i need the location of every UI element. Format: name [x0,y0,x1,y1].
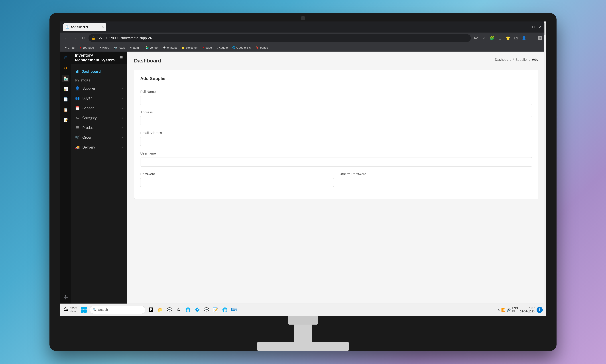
taskbar-app-chrome[interactable]: 🌐 [184,306,192,314]
chevron-up-icon[interactable]: ∧ [497,308,500,312]
sidebar-item-product[interactable]: ☰ Product › [71,123,127,133]
address-bar[interactable]: 🔒 127.0.0.1:8000/store/create-supplier/ [88,34,471,42]
translate-icon[interactable]: Aα [473,35,479,41]
season-chevron-icon: › [122,106,123,110]
collections-icon[interactable]: 🗂 [513,35,519,41]
sidebar-icon[interactable]: ⊞ [496,35,503,41]
taskbar-app-skype[interactable]: 💠 [193,306,201,314]
browser-tab-active[interactable]: 📄 Add Supplier ✕ [63,23,106,31]
tab-close-icon[interactable]: ✕ [102,25,104,29]
extensions-icon[interactable]: 🧩 [489,35,495,41]
weather-icon: 🌤 [63,307,68,312]
address-group: Address [140,110,532,125]
username-group: Username [140,151,532,167]
bookmark-maps[interactable]: 🗺 Maps [97,45,111,51]
left-icon-store[interactable]: 🏪 [62,75,69,82]
bookmark-gmail[interactable]: ✉ Gmail [63,45,77,51]
taskbar-app-files[interactable]: 🗂 [175,306,183,314]
taskbar-app-edge[interactable]: 🌐 [221,306,229,314]
sidebar-item-order[interactable]: 🛒 Order › [71,133,127,143]
left-icon-doc3[interactable]: 📝 [62,117,69,124]
bookmark-star-icon[interactable]: ☆ [481,35,487,41]
favorites-icon[interactable]: ⭐ [505,35,511,41]
bookmark-odoo[interactable]: ● odoo [201,45,214,51]
sidebar-item-buyer[interactable]: 👥 Buyer › [71,93,127,103]
breadcrumb-supplier[interactable]: Supplier [515,58,528,62]
network-icon[interactable]: 📶 [501,308,505,312]
left-icon-add[interactable]: ➕ [62,294,69,301]
minimize-button[interactable]: — [524,25,529,29]
bookmark-peace[interactable]: 🔖 peace [254,45,270,51]
left-icon-doc1[interactable]: 📄 [62,96,69,103]
sidebar-nav: 🖥 Dashboard MY STORE 👤 Supplier › 👥 Buye… [71,64,127,304]
left-icon-doc2[interactable]: 📋 [62,106,69,114]
odoo-favicon-icon: ● [203,46,205,49]
edge-icon[interactable]: 🅱 [537,35,543,41]
windows-logo-icon [81,307,87,312]
sidebar-item-season[interactable]: 📅 Season › [71,103,127,113]
forward-button[interactable]: → [71,35,78,41]
address-label: Address [140,110,532,114]
taskbar-notification-icon[interactable]: i [537,307,543,313]
full-name-input[interactable] [140,96,532,105]
delivery-icon: 🚚 [75,145,80,149]
bookmark-chatgpt[interactable]: 💬 chatgpt [161,45,179,51]
hamburger-icon[interactable]: ☰ [120,55,123,60]
scrollbar[interactable] [544,52,546,304]
taskbar-app-explorer[interactable]: 📁 [156,306,165,314]
bookmarks-bar: ✉ Gmail ▶ YouTube 🗺 Maps 📷 Pixels ⚙ [60,44,546,52]
start-button[interactable] [80,306,88,314]
taskbar-apps: 🅱 📁 💬 🗂 🌐 💠 💬 📝 🌐 ⌨ [147,306,238,314]
breadcrumb-dashboard[interactable]: Dashboard [495,58,511,62]
sidebar-item-supplier[interactable]: 👤 Supplier › [71,83,127,93]
bookmark-googlesky[interactable]: 🌐 Google Sky [231,45,253,51]
address-input[interactable] [140,116,532,125]
close-button[interactable]: ✕ [538,25,543,29]
sidebar-item-delivery[interactable]: 🚚 Delivery › [71,143,127,152]
back-button[interactable]: ← [63,35,69,41]
url-text: 127.0.0.1:8000/store/create-supplier/ [97,36,468,40]
bookmark-vendor[interactable]: 🏪 vendor [144,45,160,51]
taskbar-search[interactable]: 🔍 Search [90,306,145,314]
sidebar-item-category[interactable]: 🏷 Category › [71,113,127,123]
taskbar-app-vscode[interactable]: ⌨ [230,306,238,314]
bookmark-kaggle-label: Kaggle [219,46,228,49]
taskbar-app-teams[interactable]: 💬 [165,306,174,314]
taskbar: 🌤 33°C Haze 🔍 Search [60,304,546,316]
bookmark-kaggle[interactable]: k Kaggle [215,45,230,51]
reload-button[interactable]: ↻ [80,35,87,41]
monitor-stand-pole [294,325,312,342]
monitor: 📄 Add Supplier ✕ — □ ✕ ← → ↻ 🔒 [49,13,557,351]
bookmark-stellarium[interactable]: ⭐ Stellarium [180,45,200,51]
my-store-section-label: MY STORE [71,77,127,83]
sidebar-item-dashboard[interactable]: 🖥 Dashboard [71,66,127,77]
left-icon-chart[interactable]: 📊 [62,85,69,93]
googlesky-favicon-icon: 🌐 [232,46,235,49]
email-input[interactable] [140,137,532,146]
sys-icons: ∧ 📶 🔊 ENGIN [497,307,518,313]
restore-button[interactable]: □ [531,25,536,29]
left-icon-settings[interactable]: ⚙ [62,65,69,72]
bookmark-youtube[interactable]: ▶ YouTube [78,45,96,51]
username-input[interactable] [140,157,532,167]
email-label: Email Address [140,131,532,135]
lang-indicator[interactable]: ENGIN [512,307,518,313]
taskbar-app-bing[interactable]: 🅱 [147,306,155,314]
bookmark-pixels[interactable]: 📷 Pixels [112,45,127,51]
app-title: Inventory Management System [75,53,118,63]
confirm-password-input[interactable] [339,178,532,187]
pixels-favicon-icon: 📷 [114,46,117,49]
speaker-icon[interactable]: 🔊 [507,308,511,312]
confirm-password-label: Confirm Password [339,172,532,176]
page-header: Dashboard Dashboard / Supplier / Add [134,58,538,64]
taskbar-app-whatsapp[interactable]: 💬 [202,306,211,314]
bookmark-youtube-label: YouTube [83,46,94,49]
more-menu-icon[interactable]: ⋯ [529,35,535,41]
monitor-camera [301,16,305,20]
password-input[interactable] [140,178,334,187]
left-icon-apps[interactable]: ⊞ [62,54,69,61]
password-label: Password [140,172,334,176]
taskbar-app-notepad[interactable]: 📝 [212,306,220,314]
profile-icon[interactable]: 👤 [521,35,527,41]
bookmark-admin[interactable]: ⚙ admin [128,45,143,51]
